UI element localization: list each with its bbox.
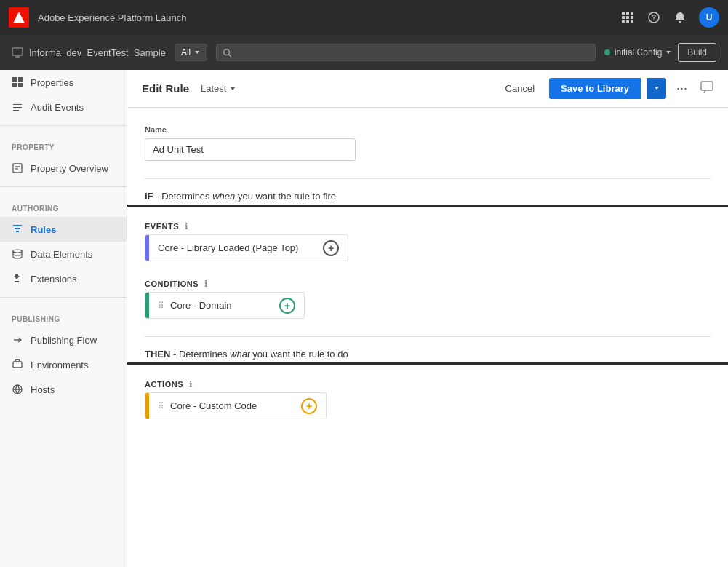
if-desc: - Determines when you want the rule to f… [156,191,336,202]
top-nav: Adobe Experience Platform Launch ? U [0,0,728,35]
event-add-button[interactable]: + [314,235,348,261]
if-label: IF [145,191,153,202]
events-section: EVENTS ℹ Core - Library Loaded (Page Top… [145,221,711,261]
publishing-section-label: PUBLISHING [0,304,127,328]
authoring-section-label: AUTHORING [0,193,127,217]
svg-marker-28 [231,87,235,90]
rule-content: Name IF - Determines when you want the r… [127,108,728,567]
svg-rect-8 [626,20,629,23]
layout: Properties Audit Events PROPERTY Propert… [0,70,728,567]
then-desc: - Determines what you want the rule to d… [173,349,348,360]
sidebar-divider-3 [0,297,127,298]
svg-rect-22 [13,164,22,173]
svg-rect-3 [631,12,633,15]
property-section-label: PROPERTY [0,132,127,156]
save-to-library-button[interactable]: Save to Library [549,78,641,99]
filter-select[interactable]: All [175,44,207,61]
sidebar-item-data-elements[interactable]: Data Elements [0,242,127,266]
section-divider-2 [145,336,711,337]
action-card-content: ⠿ Core - Custom Code [149,393,292,419]
events-info-icon[interactable]: ℹ [185,221,188,231]
svg-rect-2 [626,12,629,15]
then-label: THEN [145,349,170,360]
help-icon[interactable]: ? [647,10,661,25]
sub-nav: Informa_dev_EventTest_Sample All initial… [0,35,728,70]
sidebar-item-properties[interactable]: Properties [0,70,127,95]
adobe-logo [9,7,29,28]
svg-rect-4 [622,16,625,19]
name-section: Name [145,125,711,161]
section-divider-1 [145,178,711,179]
svg-rect-12 [12,48,23,55]
sidebar-item-rules[interactable]: Rules [0,217,127,242]
conditions-label: CONDITIONS [145,279,199,288]
notification-icon[interactable] [673,10,687,25]
sidebar: Properties Audit Events PROPERTY Propert… [0,70,127,567]
save-dropdown-button[interactable] [647,78,666,99]
comment-icon[interactable] [700,81,713,96]
action-add-circle[interactable]: + [301,398,317,414]
action-add-button[interactable]: + [292,393,326,419]
user-avatar[interactable]: U [699,7,719,28]
svg-point-25 [13,250,22,253]
main-content: Edit Rule Latest Cancel Save to Library … [127,70,728,567]
sidebar-item-audit-events[interactable]: Audit Events [0,95,127,119]
svg-text:?: ? [652,14,656,22]
actions-header: ACTIONS ℹ [145,379,711,389]
env-dropdown[interactable]: initial Config [615,47,672,58]
svg-marker-29 [655,87,659,90]
svg-line-16 [229,54,231,56]
svg-rect-20 [12,83,17,87]
search-bar[interactable] [216,44,596,61]
if-section: IF - Determines when you want the rule t… [145,191,711,207]
then-section: THEN - Determines what you want the rule… [145,349,711,365]
search-input[interactable] [236,47,589,58]
sub-nav-right: initial Config Build [604,43,716,62]
svg-point-15 [224,49,230,55]
edit-rule-title: Edit Rule [142,82,189,95]
sidebar-divider-2 [0,186,127,187]
svg-rect-5 [626,16,629,19]
property-name: Informa_dev_EventTest_Sample [29,47,166,58]
events-label: EVENTS [145,222,179,231]
actions-section: ACTIONS ℹ ⠿ Core - Custom Code + [145,379,711,419]
then-divider [127,362,728,365]
cancel-button[interactable]: Cancel [497,79,543,98]
svg-rect-19 [18,77,23,82]
more-options-button[interactable]: ··· [672,78,692,99]
grid-icon[interactable] [620,10,635,25]
sidebar-item-environments[interactable]: Environments [0,352,127,377]
actions-info-icon[interactable]: ℹ [189,379,193,389]
svg-rect-30 [701,82,713,90]
sidebar-item-publishing-flow[interactable]: Publishing Flow [0,328,127,352]
condition-add-button[interactable]: + [271,293,304,318]
conditions-info-icon[interactable]: ℹ [204,279,208,289]
property-info: Informa_dev_EventTest_Sample [12,47,166,58]
svg-marker-0 [13,12,25,23]
top-nav-icons: ? U [620,7,719,28]
version-select[interactable]: Latest [201,83,236,94]
event-card-content: Core - Library Loaded (Page Top) [149,235,314,261]
svg-rect-26 [13,362,22,368]
svg-rect-7 [622,20,625,23]
sidebar-item-property-overview[interactable]: Property Overview [0,156,127,181]
conditions-header: CONDITIONS ℹ [145,279,711,289]
env-status-dot [604,49,610,55]
svg-marker-17 [666,51,671,54]
sidebar-divider-1 [0,125,127,126]
action-card[interactable]: ⠿ Core - Custom Code + [145,392,327,419]
sidebar-item-hosts[interactable]: Hosts [0,377,127,402]
condition-card[interactable]: ⠿ Core - Domain + [145,292,305,319]
svg-rect-6 [631,16,633,19]
name-input[interactable] [145,138,356,161]
action-drag-icon: ⠿ [158,401,164,411]
if-divider [127,205,728,207]
edit-bar-actions: Cancel Save to Library ··· [497,78,713,99]
event-add-circle[interactable]: + [323,240,339,256]
condition-add-circle[interactable]: + [279,298,295,314]
svg-rect-21 [18,83,23,87]
sidebar-item-extensions[interactable]: Extensions [0,266,127,291]
build-button[interactable]: Build [678,43,716,62]
name-label: Name [145,125,711,134]
event-card[interactable]: Core - Library Loaded (Page Top) + [145,234,348,261]
